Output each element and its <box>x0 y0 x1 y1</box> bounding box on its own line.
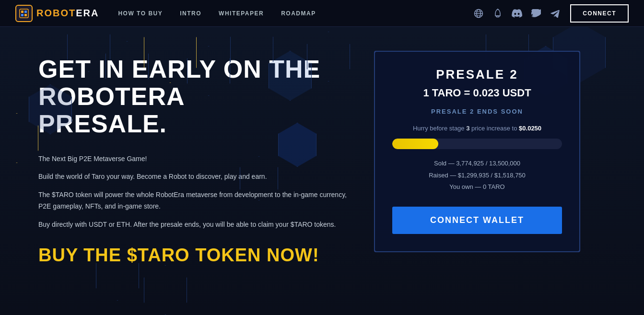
progress-bar-fill <box>392 139 438 149</box>
presale-ends-label: PRESALE 2 ENDS SOON <box>431 108 523 115</box>
sold-stat: Sold — 3,774,925 / 13,500,000 <box>429 158 526 170</box>
presale-rate: 1 TARO = 0.023 USDT <box>423 87 531 99</box>
hero-title-text: GET IN EARLY ON THE ROBOTERA <box>38 55 320 110</box>
svg-rect-2 <box>24 11 27 13</box>
twitter-icon[interactable] <box>531 8 541 19</box>
hero-desc-2: Build the world of Taro your way. Become… <box>38 171 355 183</box>
hero-section: GET IN EARLY ON THE ROBOTERA PRESALE. Th… <box>0 27 644 315</box>
svg-rect-1 <box>21 11 23 13</box>
connect-wallet-button[interactable]: CONNECT WALLET <box>392 207 562 234</box>
nav-link-how-to-buy[interactable]: HOW TO BUY <box>118 10 163 17</box>
progress-bar-container <box>392 139 562 149</box>
nav-links: HOW TO BUY INTRO WHITEPAPER ROADMAP <box>118 10 316 17</box>
hero-title-line2: PRESALE. <box>38 110 167 138</box>
presale-stats: Sold — 3,774,925 / 13,500,000 Raised — $… <box>429 158 526 193</box>
connect-button[interactable]: CONNECT <box>570 4 629 23</box>
presale-hurry-text: Hurry before stage 3 price increase to $… <box>413 125 541 132</box>
raised-stat: Raised — $1,299,935 / $1,518,750 <box>429 170 526 182</box>
svg-point-11 <box>497 9 498 10</box>
hero-title: GET IN EARLY ON THE ROBOTERA PRESALE. <box>38 56 355 138</box>
logo-text: ROBOTERA <box>36 8 99 19</box>
hurry-price-val: $0.0250 <box>519 125 541 132</box>
bell-icon[interactable] <box>492 8 503 19</box>
nav-link-intro[interactable]: INTRO <box>180 10 201 17</box>
svg-rect-10 <box>496 16 499 17</box>
presale-card: PRESALE 2 1 TARO = 0.023 USDT PRESALE 2 … <box>374 51 580 252</box>
nav-icon-group <box>473 8 561 19</box>
telegram-icon[interactable] <box>550 8 561 19</box>
nav-right: CONNECT <box>473 4 629 23</box>
discord-icon[interactable] <box>512 8 522 19</box>
hurry-prefix: Hurry before stage <box>413 125 465 132</box>
nav-left: ROBOTERA HOW TO BUY INTRO WHITEPAPER ROA… <box>15 5 316 22</box>
you-own-stat: You own — 0 TARO <box>429 181 526 193</box>
presale-stage-label: PRESALE 2 <box>436 67 518 82</box>
hurry-mid-text: price increase to <box>471 125 517 132</box>
logo-icon <box>15 5 33 22</box>
logo[interactable]: ROBOTERA <box>15 5 99 22</box>
logo-highlight: ROBOT <box>36 8 76 18</box>
nav-link-roadmap[interactable]: ROADMAP <box>281 10 316 17</box>
hero-desc-1: The Next Big P2E Metaverse Game! <box>38 153 355 165</box>
nav-link-whitepaper[interactable]: WHITEPAPER <box>219 10 264 17</box>
svg-rect-4 <box>24 14 27 16</box>
hurry-stage: 3 <box>466 125 469 132</box>
hero-desc-4: Buy directly with USDT or ETH. After the… <box>38 219 355 231</box>
svg-rect-0 <box>20 9 28 18</box>
hero-cta: BUY THE $TARO TOKEN NOW! <box>38 245 355 266</box>
hero-desc-3: The $TARO token will power the whole Rob… <box>38 189 355 212</box>
navbar: ROBOTERA HOW TO BUY INTRO WHITEPAPER ROA… <box>0 0 644 27</box>
globe-icon[interactable] <box>473 8 484 19</box>
svg-rect-3 <box>21 14 23 16</box>
hero-left-content: GET IN EARLY ON THE ROBOTERA PRESALE. Th… <box>38 46 374 266</box>
